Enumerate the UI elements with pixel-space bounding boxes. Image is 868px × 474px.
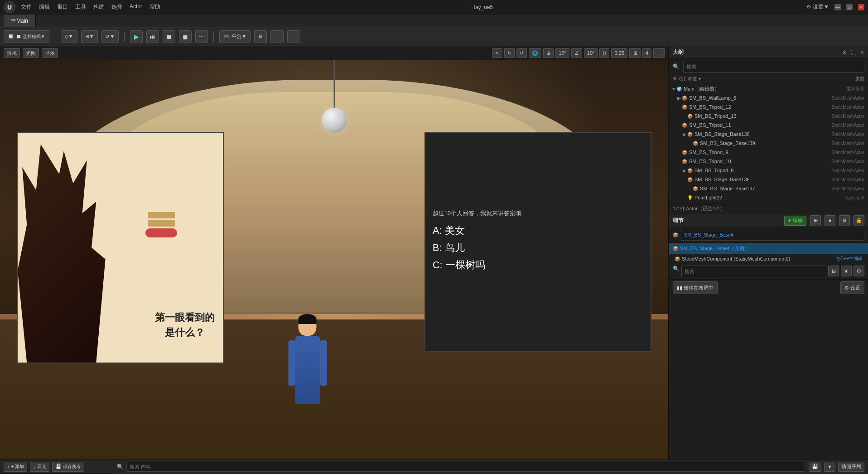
tree-item-0[interactable]: ▼ 🌍 Main（编辑器） 世界场景 <box>669 84 868 93</box>
type-1: StaticMeshActor <box>831 96 864 101</box>
platform-btn[interactable]: 🎮平台▼ <box>219 30 251 43</box>
tree-item-3[interactable]: 📦 SM_BS_Tripod_13 StaticMeshActor <box>669 111 868 121</box>
outliner-count: 174个Actor（已选1个） <box>669 203 868 214</box>
viewport-icon-1[interactable]: ↖ <box>492 48 502 58</box>
cb-add-btn[interactable]: + + 添加 <box>4 462 27 472</box>
mode-btn-4[interactable]: ⟳▼ <box>101 30 119 43</box>
menu-file[interactable]: 文件 <box>21 3 32 11</box>
screen-right-a: A: 美女 <box>433 224 644 237</box>
details-panel: 细节 + 添加 ⊞ ★ ⚙ 🔒 📦 SM_BS_Stage_Base4 📦 <box>669 214 868 459</box>
viewport-icon-3[interactable]: ↺ <box>516 48 527 58</box>
tree-item-1[interactable]: ▶ 📦 SM_BS_WallLamp_6 StaticMeshActor <box>669 93 868 102</box>
tree-item-10[interactable]: 📦 SM_BS_Stage_Base136 StaticMeshActor <box>669 175 868 184</box>
lamp-sphere <box>322 108 347 133</box>
viewport-icon-5[interactable]: ⊞ <box>543 48 554 58</box>
stop-btn[interactable]: ⏹ <box>163 30 175 43</box>
play-btn[interactable]: ▶ <box>130 30 143 43</box>
viewport-scale-icon[interactable]: ⟨⟩ <box>599 48 609 58</box>
maximize-btn[interactable]: □ <box>846 4 853 10</box>
tree-item-6[interactable]: 📦 SM_BS_Stage_Base139 StaticMeshActor <box>669 139 868 148</box>
viewport-angle-val[interactable]: 10° <box>584 48 598 58</box>
viewport-screen-icon[interactable]: 🖥 <box>629 48 641 58</box>
tab-main[interactable]: 📷 Main <box>4 15 36 27</box>
viewport-icon-4[interactable]: 🌐 <box>529 48 541 58</box>
menu-build[interactable]: 构建 <box>93 3 104 11</box>
outliner-search-input[interactable] <box>683 61 864 73</box>
tree-item-11[interactable]: 📦 SM_BS_Stage_Base137 StaticMeshActor <box>669 184 868 193</box>
details-pause-btn[interactable]: ▮▮ 暂停在布局中 <box>673 281 718 294</box>
content-save-icon[interactable]: 💾 <box>809 462 821 472</box>
screen-left-text: 第一眼看到的 是什么？ <box>155 310 215 340</box>
viewport[interactable]: 透视 光照 显示 ↖ ↻ ↺ 🌐 ⊞ 10° ∠ <box>0 46 669 459</box>
viewport-screen-val[interactable]: 4 <box>642 48 651 58</box>
tree-item-2[interactable]: 📦 SM_BS_Tripod_12 StaticMeshActor <box>669 102 868 111</box>
menu-tools[interactable]: 工具 <box>75 3 86 11</box>
tree-item-8[interactable]: 📦 SM_BS_Tripod_10 StaticMeshActor <box>669 157 868 166</box>
content-search-input[interactable] <box>126 462 805 472</box>
minimize-btn[interactable]: — <box>834 4 841 10</box>
menu-help[interactable]: 帮助 <box>149 3 160 11</box>
details-bottom-row: ▮▮ 暂停在布局中 ⚙ 设置 <box>669 279 868 296</box>
viewport-icon-2[interactable]: ↻ <box>504 48 515 58</box>
type-8: StaticMeshActor <box>831 159 864 164</box>
details-add-btn[interactable]: + 添加 <box>784 216 806 226</box>
platform-btn-4[interactable]: ⋯ <box>287 30 300 43</box>
tree-item-7[interactable]: 📦 SM_BS_Tripod_9 StaticMeshActor <box>669 148 868 157</box>
viewport-scale-val[interactable]: 0.25 <box>611 48 627 58</box>
outliner-maximize-icon[interactable]: ⛶ <box>851 49 856 56</box>
details-search-star-btn[interactable]: ★ <box>841 266 852 276</box>
menu-edit[interactable]: 编辑 <box>39 3 50 11</box>
viewport-maximize-btn[interactable]: ⛶ <box>653 48 665 58</box>
icon-8: 📦 <box>682 159 689 164</box>
outliner-settings-icon[interactable]: ⚙ <box>842 49 847 56</box>
settings-btn[interactable]: ⚙ 设置▼ <box>806 3 829 11</box>
tree-item-4[interactable]: 📦 SM_BS_Tripod_11 StaticMeshActor <box>669 121 868 130</box>
details-component-row[interactable]: 📦 StaticMeshComponent (StaticMeshCompone… <box>669 254 868 264</box>
face-artwork <box>110 167 213 282</box>
more-play-btn[interactable]: ⋯ <box>195 30 208 43</box>
pause-btn[interactable]: ◼ <box>179 30 192 43</box>
viewport-controls: 透视 光照 显示 <box>4 48 58 58</box>
menu-actor[interactable]: Actor <box>130 3 142 11</box>
details-search-row: 🔍 ⊞ ★ ⚙ <box>669 264 868 279</box>
viewport-angle-icon[interactable]: ∠ <box>571 48 582 58</box>
details-icon-3[interactable]: ⚙ <box>839 215 850 226</box>
details-search-settings-btn[interactable]: ⚙ <box>854 266 864 276</box>
char-arm-right <box>320 340 327 386</box>
label-0: Main（编辑器） <box>684 86 846 92</box>
outliner-tree: ▼ 🌍 Main（编辑器） 世界场景 ▶ 📦 SM_BS_WallLamp_6 … <box>669 83 868 203</box>
platform-btn-3[interactable]: ⋮ <box>270 30 284 43</box>
cb-import-btn[interactable]: ↓ 导入 <box>30 462 49 472</box>
viewport-grid-val[interactable]: 10° <box>555 48 569 58</box>
viewport-display-btn[interactable]: 显示 <box>42 48 58 58</box>
char-body <box>295 336 320 404</box>
close-btn[interactable]: ✕ <box>858 4 864 10</box>
tree-item-12[interactable]: 💡 PointLight22 SpotLight <box>669 193 868 202</box>
mode-btn-3[interactable]: ⊞▼ <box>81 30 98 43</box>
outliner-close-btn[interactable]: ✕ <box>860 49 864 56</box>
details-settings-btn[interactable]: ⚙ 设置 <box>840 281 864 294</box>
content-anim-btn[interactable]: 动画序列 <box>838 462 864 472</box>
details-icon-2[interactable]: ★ <box>825 215 835 226</box>
content-filter-btn[interactable]: ▼ <box>824 462 835 472</box>
details-search-grid-btn[interactable]: ⊞ <box>828 266 839 276</box>
platform-btn-2[interactable]: ⚙ <box>254 30 267 43</box>
viewport-perspective-btn[interactable]: 透视 <box>4 48 20 58</box>
tree-item-5[interactable]: ▶ 📦 SM_BS_Stage_Base138 StaticMeshActor <box>669 130 868 139</box>
mode-btn-2[interactable]: ◇▼ <box>61 30 77 43</box>
details-icon-1[interactable]: ⊞ <box>810 215 821 226</box>
icon-0: 🌍 <box>676 87 684 92</box>
details-search-input[interactable] <box>681 266 826 277</box>
menu-select[interactable]: 选择 <box>111 3 122 11</box>
tree-item-9[interactable]: ▶ 📦 SM_BS_Tripod_8 StaticMeshActor <box>669 166 868 175</box>
skip-btn[interactable]: ⏭ <box>146 30 159 43</box>
icon-1: 📦 <box>682 96 689 101</box>
select-mode-btn[interactable]: 🔲 🔲 选择模式▼ <box>4 30 49 43</box>
viewport-light-btn[interactable]: 光照 <box>23 48 39 58</box>
cb-save-btn[interactable]: 💾 保存所有 <box>52 462 84 472</box>
label-9: SM_BS_Tripod_8 <box>694 168 831 173</box>
cpp-link[interactable]: 在C++中编辑 <box>836 256 863 262</box>
menu-window[interactable]: 窗口 <box>57 3 68 11</box>
details-icon-4[interactable]: 🔒 <box>854 215 864 226</box>
label-5: SM_BS_Stage_Base138 <box>694 131 831 137</box>
